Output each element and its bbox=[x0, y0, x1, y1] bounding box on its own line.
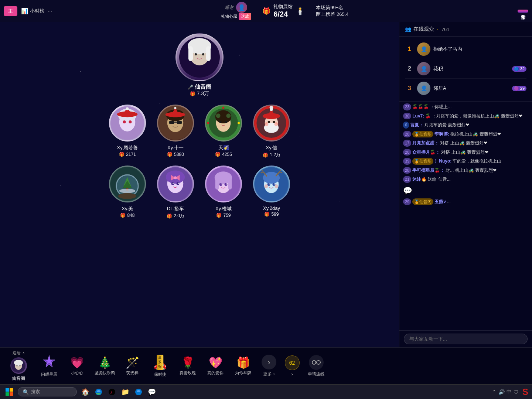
svg-text:♪: ♪ bbox=[110, 390, 112, 395]
svg-point-34 bbox=[225, 121, 227, 123]
taskbar-app-icons: 🏠 ♪ 📁 💬 bbox=[80, 386, 157, 398]
gift-item-xingchen[interactable]: 闪耀星辰 bbox=[36, 353, 62, 379]
more-gifts-btn[interactable]: › 更多 › bbox=[258, 355, 280, 377]
performer-tian: 天🌠 🎁 4255 bbox=[205, 105, 242, 158]
svg-rect-20 bbox=[174, 122, 177, 123]
taskbar-edge2-icon[interactable] bbox=[133, 386, 144, 398]
svg-point-92 bbox=[20, 365, 21, 366]
viewer-avatar-3[interactable]: 👤 bbox=[417, 82, 430, 95]
svg-point-45 bbox=[265, 122, 269, 126]
svg-point-32 bbox=[226, 113, 231, 118]
viewer-avatar-2[interactable]: 👤 bbox=[417, 62, 430, 75]
performer-tian-name: 天🌠 bbox=[218, 144, 229, 151]
sys-icons: ⌃ 🔊 中 🛡 bbox=[492, 389, 519, 395]
performer-dl: DL.搭车 🎁 2.0万 bbox=[157, 166, 194, 219]
taskbar-house-icon[interactable]: 🏠 bbox=[80, 386, 91, 398]
taskbar-wechat-icon[interactable]: 💬 bbox=[146, 386, 157, 398]
performer-2day-avatar[interactable] bbox=[253, 166, 290, 202]
gift-count-btn[interactable]: 62 › bbox=[282, 355, 302, 377]
gift-name-xingchen: 闪耀星辰 bbox=[41, 372, 57, 377]
gift-item-glow[interactable]: 🪄 荧光棒 bbox=[119, 355, 145, 377]
svg-rect-68 bbox=[228, 178, 232, 190]
send-arrow-icon: ∧ bbox=[22, 351, 25, 355]
network-icon[interactable]: 🔊 bbox=[498, 389, 505, 395]
watermark-s: S bbox=[522, 387, 528, 397]
connect-label: 申请连线 bbox=[308, 371, 324, 377]
svg-point-43 bbox=[268, 121, 270, 123]
connect-btn[interactable]: 申请连线 bbox=[304, 355, 328, 377]
svg-point-11 bbox=[129, 120, 132, 123]
performer-mei-score: 848 bbox=[127, 213, 134, 218]
performer-shan-avatar[interactable] bbox=[109, 105, 146, 141]
performer-dl-avatar[interactable] bbox=[157, 166, 194, 202]
tab-main[interactable]: 主 bbox=[4, 6, 17, 16]
performer-cheng-name: Xy.橙城 bbox=[215, 205, 232, 212]
performer-mei-avatar[interactable] bbox=[109, 166, 146, 202]
gift-item-xmas[interactable]: 🎄 圣诞快乐鸭 bbox=[92, 355, 117, 377]
svg-rect-19 bbox=[177, 121, 182, 124]
start-button[interactable] bbox=[4, 386, 15, 398]
viewer-row-1: 1 👤 拒绝不了马内 bbox=[405, 40, 526, 59]
performer-xin-score: 1.2万 bbox=[270, 152, 280, 158]
chat-msg-1: 23 🍒🍒🍒 ：你嗯上... bbox=[403, 103, 528, 110]
performer-2day: Xy.2day 🎁 599 bbox=[253, 166, 290, 219]
sender-avatar[interactable] bbox=[10, 357, 27, 374]
svg-point-44 bbox=[273, 121, 275, 123]
svg-point-14 bbox=[126, 107, 129, 110]
gift-name-rose: 真爱玫瑰 bbox=[180, 370, 196, 376]
viewer-name-1: 拒绝不了马内 bbox=[433, 46, 526, 52]
performer-dl-score: 2.0万 bbox=[174, 213, 184, 219]
gift-hall-section[interactable]: 🎁 礼物展馆 6/24 🕯️ bbox=[262, 3, 305, 18]
viewer-rank-3: 3 bbox=[405, 85, 414, 92]
shield-icon[interactable]: 🛡 bbox=[514, 389, 519, 395]
gift-item-car[interactable]: 金系列 🚗 保时捷 bbox=[147, 353, 173, 379]
gift-item-rose[interactable]: 🌹 真爱玫瑰 bbox=[175, 355, 201, 377]
more-menu-btn[interactable]: ··· bbox=[48, 8, 52, 14]
taskbar-edge-icon[interactable] bbox=[93, 386, 104, 398]
gift-name-sign: 为你举牌 bbox=[235, 370, 251, 376]
svg-point-90 bbox=[14, 360, 23, 366]
svg-point-85 bbox=[274, 183, 275, 184]
performer-dl-gift-icon: 🎁 bbox=[167, 214, 172, 219]
gift-count-num: 62 bbox=[289, 360, 295, 366]
taskbar-tiktok-icon[interactable]: ♪ bbox=[106, 386, 117, 398]
taskbar-folder-icon[interactable]: 📁 bbox=[120, 386, 131, 398]
sidebar-header: 👥 在线观众 · 761 bbox=[399, 22, 532, 37]
performer-cheng-avatar[interactable] bbox=[205, 166, 242, 202]
svg-point-96 bbox=[317, 361, 320, 364]
top-performer-avatar[interactable] bbox=[175, 33, 224, 81]
tab-hourly[interactable]: 📊 小时榜 bbox=[21, 7, 44, 14]
svg-point-6 bbox=[202, 53, 204, 55]
top-performer: 🎤 仙音阁 🎁 7.3万 bbox=[175, 33, 224, 97]
performer-shi-avatar[interactable] bbox=[157, 105, 194, 141]
gift-item-loveyou[interactable]: 💖 真的爱你 bbox=[202, 355, 228, 377]
viewer-row-2: 2 👤 花积 🔵 32 bbox=[405, 59, 526, 79]
chat-input[interactable] bbox=[404, 334, 528, 344]
sender-info: 送给 ∧ 仙音阁 bbox=[4, 350, 33, 382]
performer-2day-name: Xy.2day bbox=[263, 205, 280, 211]
gift-item-sign[interactable]: 🎁 为你举牌 bbox=[230, 355, 256, 377]
performer-tian-avatar[interactable] bbox=[205, 105, 242, 141]
viewer-row-3: 3 👤 邻居A 🟣 29 bbox=[405, 79, 526, 98]
rank-section: 本场第99+名 距上榜差 265.4 bbox=[316, 4, 348, 18]
viewer-avatar-1[interactable]: 👤 bbox=[417, 42, 430, 56]
performer-shan-gift-icon: 🎁 bbox=[119, 152, 125, 157]
row2-performers: Xy.美 🎁 848 bbox=[109, 166, 290, 219]
ime-icon[interactable]: 中 bbox=[507, 389, 512, 395]
chat-msg-8: 28 手可摘星辰🍒： 对... 机上山🚜 轰轰烈烈❤ bbox=[403, 167, 528, 174]
top-performer-score: 7.3万 bbox=[197, 91, 209, 97]
svg-point-71 bbox=[221, 183, 222, 184]
gift-name-heart: 小心心 bbox=[71, 370, 83, 376]
taskbar-search[interactable]: 🔍 搜索 bbox=[18, 387, 77, 396]
svg-point-62 bbox=[173, 183, 174, 184]
svg-point-84 bbox=[269, 183, 270, 184]
gift-name-glow: 荧光棒 bbox=[126, 370, 139, 376]
search-placeholder: 搜索 bbox=[31, 389, 40, 395]
svg-point-95 bbox=[312, 361, 316, 364]
sender-name: 仙音阁 bbox=[12, 375, 25, 382]
chevron-up-icon[interactable]: ⌃ bbox=[492, 389, 497, 395]
gift-item-heart[interactable]: 💗 小心心 bbox=[64, 355, 90, 377]
performer-xin-avatar[interactable] bbox=[253, 105, 290, 141]
gift-wish-section: 感谢 👤 礼物心愿 达成 bbox=[221, 2, 251, 20]
chat-msg-6: 20 众星捧月🍒： 对搭 上山🚜 轰轰烈烈❤ bbox=[403, 149, 528, 156]
